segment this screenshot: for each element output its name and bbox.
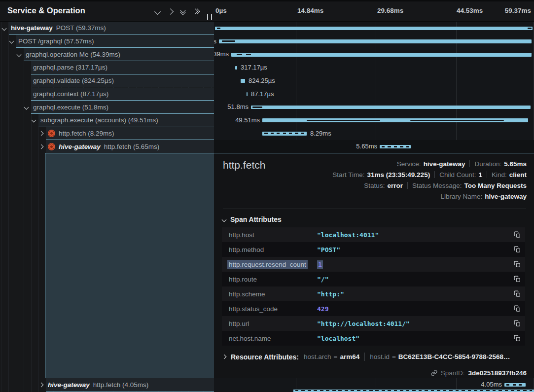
timeline-row[interactable]: 57.57ms <box>214 35 534 48</box>
span-bar[interactable] <box>219 39 532 43</box>
span-id-row: SpanID: 3de02518937fb246 <box>431 369 527 377</box>
span-row-content: graphql.operation Me (54.39ms) <box>24 48 214 61</box>
span-bar[interactable] <box>380 145 411 149</box>
chevron-right-icon[interactable] <box>39 382 44 387</box>
copy-icon[interactable] <box>514 290 521 298</box>
span-bar[interactable] <box>215 27 533 31</box>
timeline-row[interactable]: 317.17µs <box>214 61 534 74</box>
span-attributes-header[interactable]: Span Attributes <box>222 215 282 223</box>
copy-icon[interactable] <box>514 261 521 268</box>
timeline-row[interactable]: 51.8ms <box>214 101 534 114</box>
attribute-row[interactable]: http.host"localhost:4011" <box>222 227 525 242</box>
attribute-row[interactable]: net.host.name"localhost" <box>222 331 525 346</box>
span-tree-row[interactable]: http.fetch (8.29ms) <box>0 127 214 141</box>
attribute-row[interactable]: http.url"http://localhost:4011/" <box>222 316 525 331</box>
chevron-down-icon[interactable] <box>2 26 7 31</box>
span-row-content: graphql.execute (51.8ms) <box>31 101 214 114</box>
attribute-row[interactable]: http.request.resend_count1 <box>222 257 525 272</box>
span-row-content: graphql.parse (317.17µs) <box>31 61 214 74</box>
span-bar[interactable] <box>251 106 531 109</box>
attribute-key: http.method <box>229 246 264 253</box>
attribute-row[interactable]: http.scheme"http:" <box>222 286 525 301</box>
error-status-icon <box>48 143 55 150</box>
meta-value: 1 <box>478 171 482 178</box>
meta-value: hive-gateway <box>424 160 465 168</box>
meta-label: Child Count: <box>439 171 476 178</box>
chevron-right-icon[interactable] <box>39 144 44 149</box>
timeline-axis: 0µs14.84ms29.68ms44.53ms59.37ms <box>214 0 534 22</box>
span-tree-row[interactable]: subgraph.execute (accounts) (49.51ms) <box>0 114 214 127</box>
attribute-row[interactable]: http.method"POST" <box>222 242 525 257</box>
chevron-down-icon[interactable] <box>9 39 14 44</box>
timeline-row[interactable]: 49.51ms <box>214 114 534 127</box>
duration-label: 87.17µs <box>251 88 274 101</box>
attribute-value: "http:" <box>317 290 344 298</box>
span-label: graphql.validate (824.25µs) <box>33 77 114 84</box>
span-tree-row[interactable]: graphql.operation Me (54.39ms) <box>0 48 214 61</box>
attribute-row[interactable]: http.status_code429 <box>222 301 525 316</box>
double-chevron-down-icon[interactable] <box>181 8 185 14</box>
duration-label: 51.8ms <box>227 101 249 114</box>
partial-span-bar[interactable] <box>293 390 534 392</box>
span-bar[interactable] <box>247 92 248 96</box>
timeline-row[interactable]: 54.39ms <box>214 48 534 61</box>
attribute-value: "localhost:4011" <box>317 231 379 239</box>
service-name: hive-gateway <box>48 381 90 389</box>
chevron-down-icon[interactable] <box>17 52 22 57</box>
axis-tick-label: 29.68ms <box>377 7 403 14</box>
chevron-right-icon[interactable] <box>39 131 44 136</box>
span-tree-panel: hive-gatewayPOST (59.37ms)POST /graphql … <box>0 0 214 392</box>
duration-label: 8.29ms <box>310 127 331 141</box>
span-bar[interactable] <box>235 66 237 70</box>
attribute-row[interactable]: http.route"/" <box>222 272 525 286</box>
equals-sign: = <box>392 353 396 360</box>
span-label: subgraph.execute (accounts) (49.51ms) <box>40 116 158 124</box>
copy-icon[interactable] <box>514 305 521 313</box>
chevron-down-icon[interactable] <box>32 118 36 123</box>
timeline-row[interactable]: 5.65ms <box>214 140 534 153</box>
span-label: graphql.operation Me (54.39ms) <box>26 51 120 58</box>
chevron-down-icon[interactable] <box>24 105 29 109</box>
resource-attributes-row[interactable]: Resource Attributes: host.arch=arm64host… <box>222 353 526 361</box>
span-tree-row[interactable]: graphql.validate (824.25µs) <box>0 74 214 88</box>
service-name: hive-gateway <box>11 24 53 32</box>
timeline-row[interactable] <box>214 22 534 35</box>
span-label: graphql.context (87.17µs) <box>33 90 108 98</box>
span-bar[interactable] <box>262 132 307 136</box>
double-chevron-right-icon[interactable] <box>193 9 199 13</box>
span-bar[interactable] <box>504 383 526 387</box>
copy-icon[interactable] <box>514 246 521 253</box>
timeline-row[interactable]: 87.17µs <box>214 88 534 101</box>
copy-icon[interactable] <box>514 276 521 283</box>
collapse-all-icon[interactable] <box>154 8 161 15</box>
span-bar[interactable] <box>262 118 528 122</box>
link-icon[interactable] <box>431 370 437 376</box>
resource-key: host.arch <box>304 353 331 360</box>
span-label: graphql.execute (51.8ms) <box>33 104 108 111</box>
divider <box>364 353 365 361</box>
span-tree-row[interactable]: graphql.execute (51.8ms) <box>0 101 214 114</box>
span-tree-row[interactable]: POST /graphql (57.57ms) <box>0 35 214 48</box>
span-tree-row[interactable]: graphql.parse (317.17µs) <box>0 61 214 74</box>
span-tree-row[interactable]: hive-gatewayPOST (59.37ms) <box>0 22 214 35</box>
copy-icon[interactable] <box>514 231 521 239</box>
child-span-marker <box>410 120 504 121</box>
copy-icon[interactable] <box>514 320 521 327</box>
timeline-row[interactable]: 8.29ms <box>214 127 534 141</box>
resource-value: BC62E13B-C4CC-5854-9788-2568… <box>398 353 510 360</box>
span-bar[interactable] <box>241 79 245 83</box>
span-tree-row[interactable]: hive-gatewayhttp.fetch (5.65ms) <box>0 140 214 153</box>
span-tree-row[interactable]: hive-gatewayhttp.fetch (4.05ms) <box>0 378 214 392</box>
expand-one-icon[interactable] <box>167 8 174 15</box>
panel-resize-handle[interactable] <box>207 14 212 20</box>
axis-tick-label: 0µs <box>215 7 227 14</box>
meta-label: Library Name: <box>440 193 482 200</box>
meta-value: client <box>509 171 527 178</box>
timeline-row[interactable]: 824.25µs <box>214 74 534 88</box>
span-tree-row[interactable]: graphql.context (87.17µs) <box>0 88 214 101</box>
meta-label: Kind: <box>492 171 507 178</box>
span-bar[interactable] <box>231 53 532 57</box>
panel-title: Service & Operation <box>7 6 85 15</box>
detail-divider <box>223 209 526 209</box>
copy-icon[interactable] <box>514 335 521 342</box>
